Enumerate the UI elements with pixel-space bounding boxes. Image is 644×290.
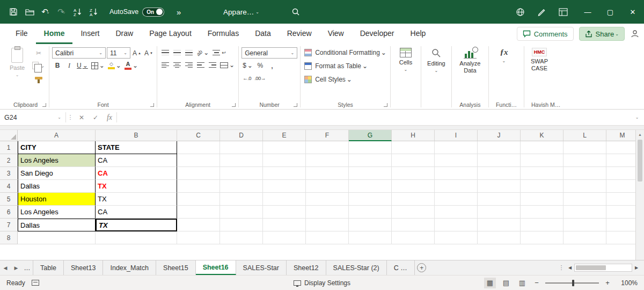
dialog-launcher-icon[interactable]: [42, 103, 46, 107]
cell-I1[interactable]: [435, 141, 478, 154]
ribbon-tab-view[interactable]: View: [320, 24, 352, 44]
sheet-tab-table[interactable]: Table: [33, 260, 64, 275]
column-header-I[interactable]: I: [435, 130, 478, 141]
cell-L8[interactable]: [564, 231, 606, 244]
cell-E8[interactable]: [263, 231, 306, 244]
format-as-table-button[interactable]: Format as Table⌄: [303, 61, 387, 71]
ribbon-tab-data[interactable]: Data: [247, 24, 279, 44]
column-header-G[interactable]: G: [349, 130, 392, 141]
sort-az-icon[interactable]: AZ: [71, 4, 85, 19]
cell-J8[interactable]: [478, 231, 521, 244]
dialog-launcher-icon[interactable]: [384, 103, 387, 107]
cell-B5[interactable]: TX: [96, 193, 177, 206]
scroll-right-icon[interactable]: ▶: [632, 264, 641, 272]
ribbon-tab-draw[interactable]: Draw: [107, 24, 141, 44]
cell-E7[interactable]: [263, 219, 306, 231]
cell-J5[interactable]: [478, 193, 521, 206]
grow-font-button[interactable]: A▲: [131, 48, 142, 59]
column-header-J[interactable]: J: [478, 130, 521, 141]
sheet-tab-sheet13[interactable]: Sheet13: [64, 260, 104, 275]
hscroll-thumb[interactable]: [576, 265, 606, 270]
dialog-launcher-icon[interactable]: [294, 103, 297, 107]
cell-A8[interactable]: [18, 231, 96, 244]
ribbon-tab-developer[interactable]: Developer: [352, 24, 402, 44]
column-header-K[interactable]: K: [521, 130, 564, 141]
row-header-6[interactable]: 6: [0, 206, 18, 219]
ribbon-display-icon[interactable]: [556, 4, 570, 19]
cell-F7[interactable]: [306, 219, 349, 231]
cell-I5[interactable]: [435, 193, 478, 206]
align-bottom-button[interactable]: [184, 47, 194, 58]
number-format-select[interactable]: General⌄: [241, 47, 297, 59]
cell-E3[interactable]: [263, 167, 306, 180]
fill-color-button[interactable]: ◇⌄: [107, 60, 122, 71]
align-right-button[interactable]: [184, 60, 194, 70]
cell-C8[interactable]: [177, 231, 220, 244]
cell-E1[interactable]: [263, 141, 306, 154]
cells-button[interactable]: Cells ⌄: [393, 46, 418, 74]
confirm-entry-button[interactable]: ✓: [89, 110, 103, 125]
new-sheet-button[interactable]: +: [415, 260, 429, 275]
cancel-entry-button[interactable]: ✕: [75, 110, 89, 125]
formula-input[interactable]: [117, 110, 630, 125]
sheet-tab-sheet16[interactable]: Sheet16: [196, 260, 236, 275]
cell-A5[interactable]: Houston: [18, 193, 96, 206]
cell-J2[interactable]: [478, 154, 521, 167]
row-header-1[interactable]: 1: [0, 141, 18, 154]
cell-H6[interactable]: [392, 206, 435, 219]
font-color-button[interactable]: A⌄: [123, 60, 139, 71]
cell-C2[interactable]: [177, 154, 220, 167]
cell-F4[interactable]: [306, 180, 349, 193]
align-top-button[interactable]: [160, 47, 171, 58]
row-header-3[interactable]: 3: [0, 167, 18, 180]
font-name-select[interactable]: Calibri⌄: [52, 47, 106, 59]
cell-H5[interactable]: [392, 193, 435, 206]
cell-D5[interactable]: [220, 193, 263, 206]
cell-B3[interactable]: CA: [96, 167, 177, 180]
sheet-tab-sales-star[interactable]: SALES-Star: [236, 260, 287, 275]
merge-center-button[interactable]: ⌄: [219, 60, 236, 70]
functions-button[interactable]: ƒx ⌄: [492, 46, 516, 66]
borders-button[interactable]: ⌄: [90, 60, 106, 71]
percent-style-button[interactable]: %: [255, 60, 266, 71]
column-header-E[interactable]: E: [263, 130, 306, 141]
cell-H4[interactable]: [392, 180, 435, 193]
cell-I4[interactable]: [435, 180, 478, 193]
cell-K1[interactable]: [521, 141, 564, 154]
increase-decimal-button[interactable]: ←.0: [241, 73, 252, 83]
format-painter-button[interactable]: [31, 73, 46, 83]
cell-F3[interactable]: [306, 167, 349, 180]
sheet-nav-right-icon[interactable]: ▶: [11, 260, 21, 275]
share-button[interactable]: Share ⌄: [579, 27, 625, 41]
cell-K7[interactable]: [521, 219, 564, 231]
cell-D7[interactable]: [220, 219, 263, 231]
cell-B4[interactable]: TX: [96, 180, 177, 193]
cell-L1[interactable]: [564, 141, 606, 154]
italic-button[interactable]: I: [64, 60, 75, 71]
autosave-pill[interactable]: On: [142, 8, 164, 17]
cell-C7[interactable]: [177, 219, 220, 231]
dialog-launcher-icon[interactable]: [232, 103, 236, 107]
cell-K8[interactable]: [521, 231, 564, 244]
zoom-in-icon[interactable]: +: [603, 279, 612, 287]
document-title[interactable]: Appare… ⌄: [223, 8, 259, 16]
undo-icon[interactable]: ↶⌄: [39, 4, 53, 19]
increase-indent-button[interactable]: [207, 60, 218, 70]
horizontal-scrollbar[interactable]: ◀ ▶: [566, 260, 641, 275]
cell-G2[interactable]: [349, 154, 392, 167]
cell-D8[interactable]: [220, 231, 263, 244]
ribbon-tab-review[interactable]: Review: [279, 24, 320, 44]
decrease-indent-button[interactable]: [195, 60, 206, 70]
cell-D6[interactable]: [220, 206, 263, 219]
align-left-button[interactable]: [160, 60, 171, 70]
vertical-scrollbar[interactable]: ▲: [635, 130, 644, 260]
column-header-M[interactable]: M: [606, 130, 639, 141]
font-size-select[interactable]: 11⌄: [107, 47, 130, 59]
cell-D1[interactable]: [220, 141, 263, 154]
sheet-tab-sales-star-2[interactable]: SALES-Star (2): [326, 260, 387, 275]
toolbar-overflow-icon[interactable]: »: [172, 4, 186, 19]
sheet-tab-sheet12[interactable]: Sheet12: [287, 260, 326, 275]
cell-A4[interactable]: Dallas: [18, 180, 96, 193]
sheet-tab-sheet15[interactable]: Sheet15: [156, 260, 196, 275]
close-button[interactable]: ✕: [621, 0, 644, 24]
